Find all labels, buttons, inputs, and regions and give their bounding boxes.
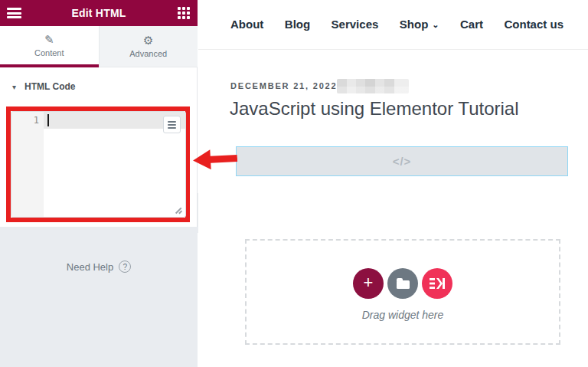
- annotation-arrow-icon: [192, 147, 237, 172]
- post-date: DECEMBER 21, 2022: [230, 81, 337, 90]
- kit-library-button[interactable]: [422, 268, 452, 299]
- elementor-kit-icon: [430, 278, 446, 289]
- template-library-button[interactable]: [387, 268, 418, 299]
- editor-gutter: [11, 112, 44, 217]
- chevron-down-icon: ⌄: [432, 21, 439, 29]
- section-title: HTML Code: [24, 81, 75, 92]
- html-code-section-toggle[interactable]: ▾ HTML Code: [12, 81, 75, 92]
- drag-widget-here-label: Drag widget here: [362, 309, 444, 321]
- panel-tabs: ✎ Content ⚙ Advanced: [0, 26, 198, 67]
- site-preview: About Blog Services Shop ⌄ Cart Contact …: [198, 0, 588, 367]
- site-navigation: About Blog Services Shop ⌄ Cart Contact …: [230, 18, 564, 31]
- selected-html-widget[interactable]: </>: [236, 146, 568, 176]
- nav-item-about[interactable]: About: [230, 18, 263, 31]
- redacted-author-name: [337, 79, 409, 93]
- widgets-grid-icon[interactable]: [178, 7, 190, 19]
- drag-widget-drop-area[interactable]: + Drag widget here: [245, 239, 560, 345]
- post-title: JavaScript using Elementor Tutorial: [230, 98, 519, 120]
- tab-advanced[interactable]: ⚙ Advanced: [99, 26, 198, 67]
- pencil-icon: ✎: [44, 34, 54, 45]
- nav-item-shop[interactable]: Shop ⌄: [400, 18, 439, 31]
- editor-resize-handle[interactable]: [174, 205, 183, 215]
- panel-title: Edit HTML: [71, 7, 126, 19]
- nav-item-services[interactable]: Services: [332, 18, 379, 31]
- drop-area-buttons: +: [353, 268, 452, 299]
- nav-item-blog[interactable]: Blog: [285, 18, 310, 31]
- folder-icon: [397, 280, 410, 289]
- nav-item-contact[interactable]: Contact us: [504, 18, 564, 31]
- editor-settings-button[interactable]: [163, 116, 181, 133]
- nav-item-cart[interactable]: Cart: [460, 18, 483, 31]
- panel-header: Edit HTML: [0, 0, 198, 26]
- editor-line-number: 1: [11, 115, 39, 126]
- panel-lower-background: [0, 227, 198, 367]
- need-help-label: Need Help: [67, 261, 113, 273]
- tab-content-label: Content: [34, 48, 64, 57]
- code-icon: </>: [393, 155, 412, 168]
- question-mark-icon: ?: [119, 261, 131, 273]
- add-section-button[interactable]: +: [353, 268, 384, 299]
- caret-down-icon: ▾: [12, 83, 16, 91]
- elementor-panel: Edit HTML ✎ Content ⚙ Advanced ▾ HTML Co…: [0, 0, 198, 367]
- hamburger-menu-icon[interactable]: [7, 8, 21, 18]
- html-code-editor[interactable]: 1: [11, 111, 186, 218]
- need-help-link[interactable]: Need Help ?: [0, 261, 198, 273]
- tab-advanced-label: Advanced: [129, 49, 167, 58]
- plus-icon: +: [364, 274, 374, 291]
- tab-content[interactable]: ✎ Content: [0, 26, 99, 67]
- elementor-editor: Edit HTML ✎ Content ⚙ Advanced ▾ HTML Co…: [0, 0, 588, 367]
- editor-text-cursor: [47, 114, 49, 126]
- header-divider: [198, 49, 588, 50]
- gear-icon: ⚙: [143, 34, 153, 46]
